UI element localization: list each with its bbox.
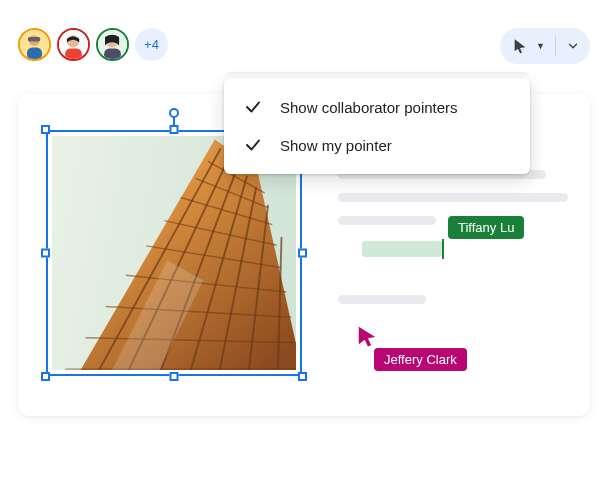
menu-item-label: Show my pointer — [280, 137, 392, 154]
divider — [555, 36, 556, 56]
selection-highlight — [362, 241, 442, 257]
collaborator-avatars: +4 — [18, 28, 168, 61]
avatar[interactable] — [96, 28, 129, 61]
resize-handle-tl[interactable] — [41, 125, 50, 134]
check-icon — [244, 98, 262, 116]
cursor-icon — [512, 38, 528, 54]
resize-handle-bm[interactable] — [170, 372, 179, 381]
chevron-down-icon[interactable] — [566, 39, 580, 53]
resize-handle-ml[interactable] — [41, 249, 50, 258]
svg-rect-2 — [27, 48, 42, 59]
collaborator-selection-tiffany — [362, 239, 444, 259]
text-placeholder-line — [338, 216, 436, 225]
pointer-tool-button[interactable]: ▼ — [500, 28, 590, 64]
svg-rect-3 — [28, 37, 40, 41]
resize-handle-br[interactable] — [298, 372, 307, 381]
text-caret — [442, 239, 444, 259]
rotation-handle[interactable] — [169, 108, 179, 118]
menu-item-label: Show collaborator pointers — [280, 99, 458, 116]
menu-item-show-collaborator-pointers[interactable]: Show collaborator pointers — [224, 88, 530, 126]
dropdown-caret-icon: ▼ — [536, 41, 545, 51]
avatar-overflow-count[interactable]: +4 — [135, 28, 168, 61]
resize-handle-bl[interactable] — [41, 372, 50, 381]
collaborator-pointer-jeffery — [356, 325, 378, 351]
resize-handle-mr[interactable] — [298, 249, 307, 258]
avatar[interactable] — [57, 28, 90, 61]
text-placeholder-line — [338, 295, 426, 304]
collaborator-tag-jeffery: Jeffery Clark — [374, 348, 467, 371]
svg-rect-9 — [104, 48, 121, 59]
check-icon — [244, 136, 262, 154]
collaborator-tag-tiffany: Tiffany Lu — [448, 216, 524, 239]
menu-item-show-my-pointer[interactable]: Show my pointer — [224, 126, 530, 164]
resize-handle-tm[interactable] — [170, 125, 179, 134]
svg-rect-6 — [65, 48, 82, 59]
pointer-options-menu: Show collaborator pointers Show my point… — [224, 78, 530, 174]
text-placeholder-line — [338, 193, 568, 202]
avatar[interactable] — [18, 28, 51, 61]
